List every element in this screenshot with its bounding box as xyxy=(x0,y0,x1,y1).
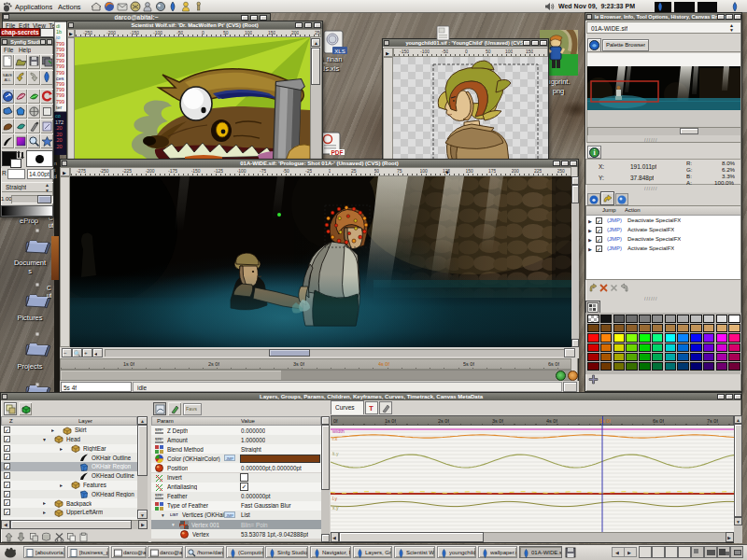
svg-text:XLS: XLS xyxy=(334,49,345,54)
svg-text:123: 123 xyxy=(155,427,162,432)
svg-text:123: 123 xyxy=(155,493,162,497)
svg-text:ALL: ALL xyxy=(4,77,11,82)
svg-text:l.y: l.y xyxy=(332,496,338,501)
svg-text:lt.y: lt.y xyxy=(332,451,339,456)
svg-text:x.y: x.y xyxy=(332,505,339,511)
svg-text:width: width xyxy=(331,428,345,434)
svg-text:r.x: r.x xyxy=(332,436,338,441)
svg-text:PDF: PDF xyxy=(331,149,344,156)
svg-text:123: 123 xyxy=(155,437,162,441)
